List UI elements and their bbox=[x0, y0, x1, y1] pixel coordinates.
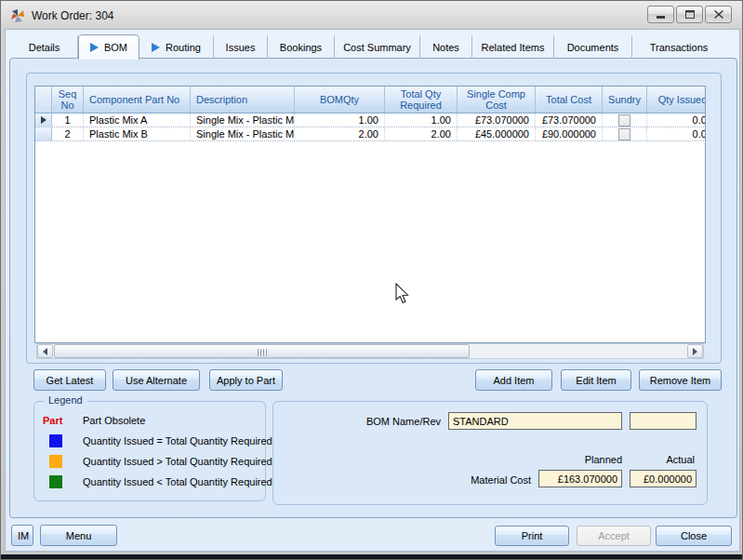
cell-seq-no: 2 bbox=[52, 127, 84, 140]
cell-total-cost: £90.000000 bbox=[536, 127, 603, 140]
use-alternate-button[interactable]: Use Alternate bbox=[113, 369, 200, 391]
cell-sundry bbox=[603, 127, 647, 140]
bom-name-input[interactable] bbox=[448, 412, 622, 430]
im-button[interactable]: IM bbox=[11, 525, 33, 546]
horizontal-scrollbar[interactable] bbox=[36, 343, 704, 359]
legend-swatch-green bbox=[49, 475, 62, 488]
close-dialog-button[interactable]: Close bbox=[656, 526, 732, 546]
bom-name-rev-label: BOM Name/Rev bbox=[292, 416, 441, 427]
cell-description: Single Mix - Plastic Mix B bbox=[191, 127, 295, 140]
column-header-total-cost[interactable]: Total Cost bbox=[536, 87, 603, 113]
current-row-indicator-icon bbox=[41, 116, 46, 124]
grid-header-row: Seq No Component Part No Description BOM… bbox=[35, 87, 706, 113]
legend-label: Part Obsolete bbox=[83, 415, 145, 426]
tab-label: BOM bbox=[104, 42, 127, 53]
column-header-seq-no[interactable]: Seq No bbox=[52, 87, 84, 113]
material-cost-planned-input[interactable] bbox=[538, 470, 622, 487]
row-selector bbox=[35, 127, 52, 140]
cell-bomqty: 2.00 bbox=[295, 127, 385, 140]
bom-tab-page: Seq No Component Part No Description BOM… bbox=[9, 58, 737, 518]
cell-total-cost: £73.070000 bbox=[536, 113, 603, 127]
minimize-icon bbox=[657, 10, 666, 19]
legend-swatch-orange bbox=[49, 455, 62, 468]
play-icon bbox=[90, 43, 99, 52]
close-button[interactable] bbox=[705, 6, 732, 23]
column-header-bomqty[interactable]: BOMQty bbox=[295, 87, 385, 113]
minimize-button[interactable] bbox=[647, 6, 674, 23]
grid-row-2[interactable]: 2 Plastic Mix B Single Mix - Plastic Mix… bbox=[35, 127, 706, 141]
print-button[interactable]: Print bbox=[495, 526, 569, 546]
tab-related-items[interactable]: Related Items bbox=[472, 35, 554, 59]
cell-single-comp-cost: £45.000000 bbox=[458, 127, 536, 140]
sundry-checkbox[interactable] bbox=[618, 128, 630, 140]
app-icon bbox=[10, 8, 25, 23]
tab-notes[interactable]: Notes bbox=[420, 35, 472, 59]
sundry-checkbox[interactable] bbox=[618, 114, 630, 127]
tab-label: Cost Summary bbox=[343, 42, 411, 53]
play-icon bbox=[152, 43, 160, 52]
scroll-right-arrow-icon[interactable] bbox=[687, 344, 703, 358]
cell-sundry bbox=[603, 113, 647, 127]
legend-title: Legend bbox=[44, 394, 87, 406]
scrollbar-thumb[interactable] bbox=[54, 344, 470, 358]
legend-label: Quantity Issued = Total Quantity Require… bbox=[83, 435, 272, 447]
legend-group: Legend Part Part Obsolete Quantity Issue… bbox=[33, 401, 266, 501]
grid-panel: Seq No Component Part No Description BOM… bbox=[26, 73, 722, 364]
selector-column-header bbox=[35, 87, 52, 113]
column-header-total-qty-required[interactable]: Total Qty Required bbox=[385, 87, 458, 113]
legend-swatch-blue bbox=[49, 434, 62, 447]
scroll-left-arrow-icon[interactable] bbox=[37, 344, 53, 358]
cell-qty-issued: 0.00 bbox=[647, 113, 706, 127]
legend-label: Quantity Issued < Total Quantity Require… bbox=[83, 476, 272, 487]
tab-label: Related Items bbox=[482, 42, 545, 53]
window-title: Work Order: 304 bbox=[32, 9, 113, 22]
tab-cost-summary[interactable]: Cost Summary bbox=[335, 35, 420, 59]
close-icon bbox=[714, 10, 723, 19]
cell-single-comp-cost: £73.070000 bbox=[458, 113, 536, 127]
material-cost-label: Material Cost bbox=[410, 474, 531, 486]
tab-label: Documents bbox=[567, 42, 619, 53]
column-header-component-part-no[interactable]: Component Part No bbox=[84, 87, 191, 113]
row-selector bbox=[35, 113, 52, 127]
grid-row-1[interactable]: 1 Plastic Mix A Single Mix - Plastic Mix… bbox=[35, 113, 706, 127]
tab-label: Bookings bbox=[280, 42, 322, 53]
get-latest-button[interactable]: Get Latest bbox=[33, 369, 106, 391]
cell-component-part-no: Plastic Mix A bbox=[84, 113, 191, 127]
bom-info-panel: BOM Name/Rev Planned Actual Material Cos… bbox=[272, 401, 708, 505]
titlebar: Work Order: 304 bbox=[4, 3, 739, 28]
column-header-sundry[interactable]: Sundry bbox=[603, 87, 647, 113]
add-item-button[interactable]: Add Item bbox=[475, 369, 552, 391]
work-order-window: Work Order: 304 Details BOM Routing Issu… bbox=[0, 0, 743, 560]
maximize-button[interactable] bbox=[676, 6, 703, 23]
tab-bookings[interactable]: Bookings bbox=[268, 35, 335, 59]
remove-item-button[interactable]: Remove Item bbox=[639, 369, 722, 391]
tab-documents[interactable]: Documents bbox=[554, 35, 632, 59]
tab-transactions[interactable]: Transactions bbox=[632, 35, 725, 59]
tab-issues[interactable]: Issues bbox=[214, 35, 268, 59]
edit-item-button[interactable]: Edit Item bbox=[561, 369, 631, 391]
tab-routing[interactable]: Routing bbox=[139, 35, 214, 59]
material-cost-actual-input[interactable] bbox=[630, 470, 697, 487]
part-obsolete-marker: Part bbox=[43, 415, 74, 426]
cell-total-qty-required: 2.00 bbox=[385, 127, 458, 140]
column-header-single-comp-cost[interactable]: Single Comp Cost bbox=[458, 87, 536, 113]
tab-label: Notes bbox=[432, 42, 459, 53]
bom-rev-input[interactable] bbox=[630, 412, 697, 430]
accept-button: Accept bbox=[577, 526, 651, 546]
cell-component-part-no: Plastic Mix B bbox=[84, 127, 191, 140]
actual-label: Actual bbox=[622, 454, 695, 465]
tab-details[interactable]: Details bbox=[11, 35, 78, 59]
cell-seq-no: 1 bbox=[52, 113, 84, 127]
legend-label: Quantity Issued > Total Quantity Require… bbox=[83, 456, 272, 467]
cell-qty-issued: 0.00 bbox=[647, 127, 706, 140]
tab-label: Details bbox=[29, 42, 60, 53]
tab-bom[interactable]: BOM bbox=[78, 34, 139, 60]
column-header-qty-issued[interactable]: Qty Issued bbox=[647, 87, 706, 113]
bom-grid: Seq No Component Part No Description BOM… bbox=[34, 86, 706, 343]
column-header-description[interactable]: Description bbox=[191, 87, 295, 113]
menu-button[interactable]: Menu bbox=[40, 525, 117, 546]
tab-label: Issues bbox=[226, 42, 256, 53]
apply-to-part-button[interactable]: Apply to Part bbox=[209, 369, 283, 391]
window-bottom-edge bbox=[1, 554, 742, 559]
planned-label: Planned bbox=[520, 454, 622, 465]
